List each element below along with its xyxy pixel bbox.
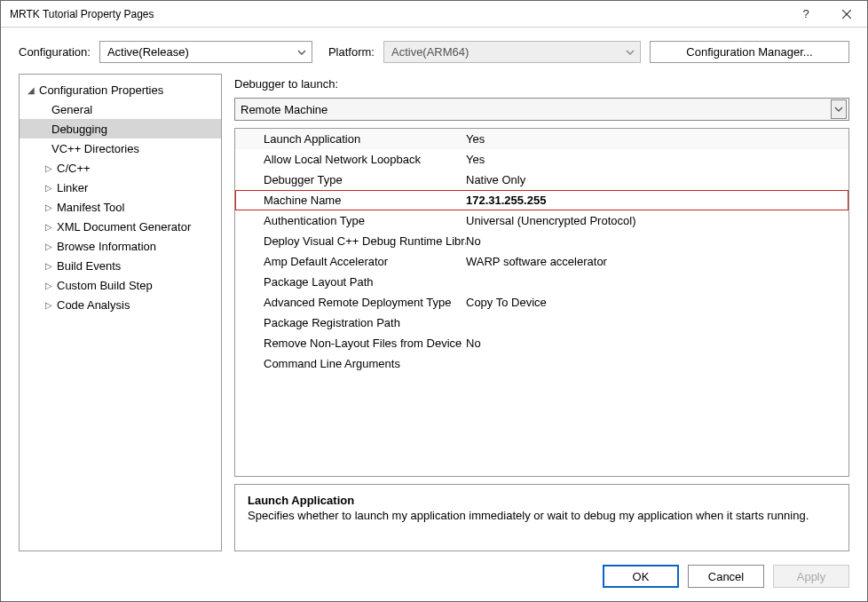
apply-button: Apply: [773, 565, 849, 588]
tree-item[interactable]: ▷Browse Information: [20, 236, 221, 256]
expander-expand-icon[interactable]: ▷: [44, 300, 53, 310]
debugger-launch-dropdown[interactable]: Remote Machine: [234, 98, 849, 121]
property-grid: Launch ApplicationYesAllow Local Network…: [234, 128, 849, 477]
property-row[interactable]: Package Layout Path: [235, 272, 848, 292]
debugger-launch-value: Remote Machine: [241, 103, 327, 116]
tree-item[interactable]: General: [20, 99, 221, 119]
tree-item-label: Custom Build Step: [57, 279, 153, 292]
tree-item[interactable]: ▷Custom Build Step: [20, 275, 221, 295]
chevron-down-icon: [624, 46, 636, 59]
property-row[interactable]: Package Registration Path: [235, 313, 848, 333]
config-toolbar: Configuration: Active(Release) Platform:…: [1, 28, 867, 74]
tree-item[interactable]: ▷XML Document Generator: [20, 217, 221, 236]
close-button[interactable]: [826, 1, 867, 28]
property-row[interactable]: Amp Default AcceleratorWARP software acc…: [235, 251, 848, 272]
platform-value: Active(ARM64): [391, 45, 469, 59]
property-row[interactable]: Advanced Remote Deployment TypeCopy To D…: [235, 292, 848, 313]
tree-item-label: Manifest Tool: [57, 201, 124, 214]
property-value[interactable]: 172.31.255.255: [466, 194, 848, 207]
dialog-button-bar: OK Cancel Apply: [1, 562, 867, 601]
property-row[interactable]: Machine Name172.31.255.255: [235, 190, 848, 210]
property-name: Package Layout Path: [235, 275, 466, 289]
tree-item[interactable]: ▷C/C++: [20, 158, 221, 178]
platform-label: Platform:: [328, 45, 375, 59]
configuration-dropdown[interactable]: Active(Release): [99, 41, 312, 63]
configuration-label: Configuration:: [19, 45, 91, 59]
property-row[interactable]: Debugger TypeNative Only: [235, 170, 848, 190]
tree-item-label: Browse Information: [57, 240, 156, 253]
window-title: MRTK Tutorial Property Pages: [10, 8, 785, 20]
property-value[interactable]: Native Only: [466, 173, 848, 186]
expander-expand-icon[interactable]: ▷: [44, 202, 53, 212]
chevron-down-icon: [831, 99, 847, 119]
property-name: Machine Name: [235, 194, 466, 207]
property-row[interactable]: Remove Non-Layout Files from DeviceNo: [235, 333, 848, 353]
tree-item-label: XML Document Generator: [57, 220, 191, 234]
tree-panel: ◢ Configuration Properties GeneralDebugg…: [19, 74, 222, 551]
tree-item[interactable]: ▷Linker: [20, 178, 221, 197]
property-name: Launch Application: [235, 132, 466, 146]
expander-expand-icon[interactable]: ▷: [44, 183, 53, 193]
help-button[interactable]: ?: [785, 1, 826, 28]
close-icon: [842, 10, 851, 19]
property-name: Debugger Type: [235, 173, 466, 186]
property-row[interactable]: Command Line Arguments: [235, 353, 848, 374]
property-value[interactable]: Universal (Unencrypted Protocol): [466, 214, 848, 227]
property-name: Authentication Type: [235, 214, 466, 227]
property-name: Allow Local Network Loopback: [235, 153, 466, 166]
tree-item-label: Build Events: [57, 259, 121, 273]
expander-expand-icon[interactable]: ▷: [44, 281, 53, 290]
description-panel: Launch Application Specifies whether to …: [234, 484, 849, 551]
description-body: Specifies whether to launch my applicati…: [248, 509, 836, 522]
right-panel: Debugger to launch: Remote Machine Launc…: [234, 74, 849, 551]
property-value[interactable]: WARP software accelerator: [466, 255, 848, 268]
description-title: Launch Application: [248, 494, 836, 507]
debugger-launch-label: Debugger to launch:: [234, 74, 849, 91]
cancel-button[interactable]: Cancel: [688, 565, 764, 588]
property-row[interactable]: Deploy Visual C++ Debug Runtime Librarie…: [235, 231, 848, 251]
tree-item-label: Debugging: [51, 123, 107, 136]
property-name: Command Line Arguments: [235, 357, 466, 370]
tree-item-label: General: [51, 103, 92, 116]
configuration-value: Active(Release): [107, 45, 189, 59]
expander-expand-icon[interactable]: ▷: [44, 261, 53, 271]
expander-expand-icon[interactable]: ▷: [44, 242, 53, 251]
property-name: Deploy Visual C++ Debug Runtime Librarie…: [235, 234, 466, 248]
tree-item-label: Code Analysis: [57, 298, 130, 312]
dialog-window: MRTK Tutorial Property Pages ? Configura…: [0, 0, 868, 602]
titlebar: MRTK Tutorial Property Pages ?: [1, 1, 867, 28]
tree-item[interactable]: VC++ Directories: [20, 139, 221, 158]
expander-collapse-icon[interactable]: ◢: [27, 85, 36, 95]
property-value[interactable]: No: [466, 234, 848, 248]
tree-item[interactable]: ▷Manifest Tool: [20, 197, 221, 217]
property-value[interactable]: Copy To Device: [466, 296, 848, 309]
expander-expand-icon[interactable]: ▷: [44, 163, 53, 173]
property-row[interactable]: Launch ApplicationYes: [235, 129, 848, 149]
tree-item-label: Linker: [57, 181, 88, 194]
property-name: Advanced Remote Deployment Type: [235, 296, 466, 309]
tree-root[interactable]: ◢ Configuration Properties: [20, 80, 221, 99]
main-area: ◢ Configuration Properties GeneralDebugg…: [1, 74, 867, 562]
property-name: Package Registration Path: [235, 316, 466, 329]
property-row[interactable]: Allow Local Network LoopbackYes: [235, 149, 848, 170]
property-row[interactable]: Authentication TypeUniversal (Unencrypte…: [235, 210, 848, 231]
tree-item-label: C/C++: [57, 162, 91, 175]
property-value[interactable]: No: [466, 337, 848, 350]
property-value[interactable]: Yes: [466, 153, 848, 166]
tree-item[interactable]: ▷Build Events: [20, 256, 221, 275]
property-name: Amp Default Accelerator: [235, 255, 466, 268]
platform-dropdown[interactable]: Active(ARM64): [383, 41, 641, 63]
tree-root-label: Configuration Properties: [39, 83, 163, 97]
property-name: Remove Non-Layout Files from Device: [235, 337, 466, 350]
property-value[interactable]: Yes: [466, 132, 848, 146]
chevron-down-icon: [296, 46, 308, 59]
tree-item[interactable]: ▷Code Analysis: [20, 295, 221, 314]
expander-expand-icon[interactable]: ▷: [44, 222, 53, 232]
ok-button[interactable]: OK: [603, 565, 679, 588]
tree-item-label: VC++ Directories: [51, 142, 139, 155]
tree-item[interactable]: Debugging: [20, 119, 221, 139]
configuration-manager-button[interactable]: Configuration Manager...: [650, 41, 849, 63]
